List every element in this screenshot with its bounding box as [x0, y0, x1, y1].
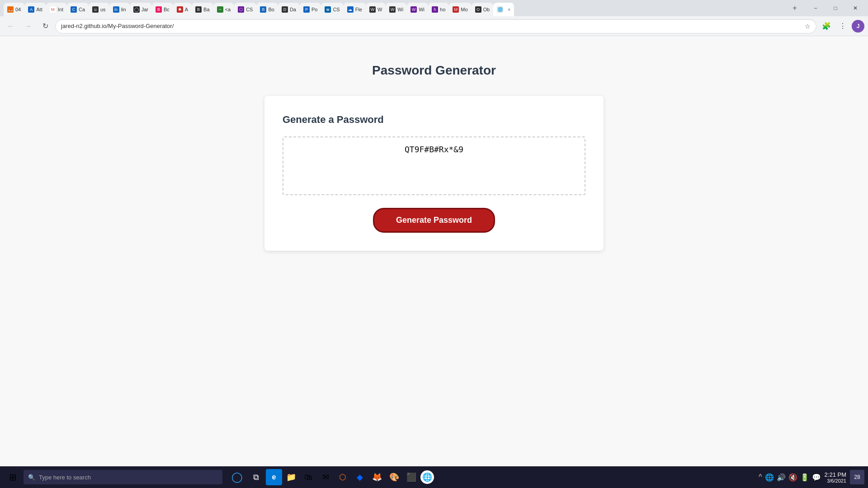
extensions-icon[interactable]: 🧩: [819, 19, 834, 33]
tab-label: Att: [36, 7, 42, 12]
browser-tab-t23[interactable]: OOb: [472, 3, 494, 16]
dropbox-icon[interactable]: ◆: [352, 469, 368, 485]
nav-extras: 🧩 ⋮ J: [819, 19, 864, 33]
tab-favicon: M: [50, 6, 56, 13]
tab-favicon: ~: [217, 6, 223, 13]
browser-tab-t15[interactable]: PPo: [300, 3, 321, 16]
file-explorer-icon[interactable]: 📁: [283, 469, 299, 485]
browser-tab-t9[interactable]: ✱A: [173, 3, 192, 16]
forward-button[interactable]: →: [21, 19, 35, 33]
tab-label: Bo: [268, 7, 274, 12]
browser-tab-t19[interactable]: WWi: [386, 3, 407, 16]
star-icon[interactable]: ☆: [805, 23, 811, 30]
browser-tab-t14[interactable]: DDa: [278, 3, 300, 16]
tab-favicon: D: [282, 6, 288, 13]
system-icons: ^ 🌐 🔊 🔇 🔋 💬: [759, 473, 821, 482]
address-bar[interactable]: jared-n2.github.io/My-Password-Generator…: [55, 19, 816, 33]
browser-tab-t2[interactable]: AAtt: [24, 3, 46, 16]
chrome-icon[interactable]: 🌐: [420, 470, 434, 484]
tab-label: Bc: [164, 7, 170, 12]
battery-icon: 🔋: [800, 473, 809, 482]
profile-button[interactable]: J: [852, 20, 864, 33]
tab-favicon: O: [475, 6, 481, 13]
browser-tab-t24[interactable]: 🌐×: [493, 3, 514, 16]
clock[interactable]: 2:21 PM 3/6/2021: [825, 471, 846, 483]
tab-label: Da: [290, 7, 296, 12]
browser-tab-t1[interactable]: 🦊04: [4, 3, 24, 16]
browser-tab-t11[interactable]: ~<a: [213, 3, 235, 16]
paint-icon[interactable]: 🎨: [386, 469, 402, 485]
browser-tab-t17[interactable]: ☁Fle: [344, 3, 366, 16]
browser-tab-t20[interactable]: WWi: [407, 3, 428, 16]
cortana-button[interactable]: ◯: [228, 468, 246, 486]
tab-favicon: B: [195, 6, 202, 13]
address-text: jared-n2.github.io/My-Password-Generator…: [61, 23, 805, 29]
password-display: QT9F#B#Rx*&9: [283, 136, 585, 195]
more-options-icon[interactable]: ⋮: [835, 19, 850, 33]
browser-tab-t5[interactable]: uus: [89, 3, 109, 16]
browser-tab-t13[interactable]: BBo: [256, 3, 278, 16]
store-icon[interactable]: 🛍: [300, 469, 316, 485]
nav-bar: ← → ↻ jared-n2.github.io/My-Password-Gen…: [0, 16, 868, 36]
mail-icon[interactable]: ✉: [317, 469, 334, 485]
browser-tab-t12[interactable]: ⬡CS: [234, 3, 256, 16]
browser-tab-t21[interactable]: hho: [428, 3, 449, 16]
browser-tab-t7[interactable]: ◯Jar: [130, 3, 152, 16]
browser-tab-t4[interactable]: CCa: [67, 3, 89, 16]
maximize-button[interactable]: □: [826, 2, 844, 14]
tab-favicon: M: [453, 6, 459, 13]
tab-favicon: B: [156, 6, 162, 13]
search-icon: 🔍: [28, 474, 35, 481]
window-controls: − □ ✕: [807, 2, 864, 14]
tab-label: Int: [58, 7, 63, 12]
tab-label: ho: [440, 7, 445, 12]
tab-favicon: A: [28, 6, 34, 13]
browser-tab-t8[interactable]: BBc: [152, 3, 173, 16]
reload-button[interactable]: ↻: [38, 19, 52, 33]
close-button[interactable]: ✕: [846, 2, 864, 14]
tab-label: Fle: [355, 7, 362, 12]
generate-password-button[interactable]: Generate Password: [373, 208, 495, 233]
task-view-button[interactable]: ⧉: [247, 468, 265, 486]
tab-label: A: [185, 7, 188, 12]
tab-favicon: in: [113, 6, 119, 13]
sublime-icon[interactable]: ⬡: [335, 469, 351, 485]
tab-favicon: ☁: [347, 6, 354, 13]
tab-label: Wi: [419, 7, 425, 12]
clock-date: 3/6/2021: [825, 478, 846, 483]
browser-tab-t3[interactable]: MInt: [46, 3, 67, 16]
browser-frame: 🦊04AAttMIntCCauusinlin◯JarBBc✱ABBa~<a⬡CS…: [0, 0, 868, 488]
card-title: Generate a Password: [283, 114, 585, 126]
browser-tab-t18[interactable]: WW: [366, 3, 386, 16]
firefox-icon[interactable]: 🦊: [369, 469, 385, 485]
tab-favicon: ✱: [177, 6, 183, 13]
browser-tab-t10[interactable]: BBa: [192, 3, 213, 16]
page-content: Password Generator Generate a Password Q…: [0, 36, 868, 466]
back-button[interactable]: ←: [4, 19, 18, 33]
taskbar-right: ^ 🌐 🔊 🔇 🔋 💬 2:21 PM 3/6/2021 28: [759, 470, 864, 484]
edge-icon[interactable]: e: [266, 469, 282, 485]
generated-password: QT9F#B#Rx*&9: [405, 145, 463, 154]
cmd-icon[interactable]: ⬛: [403, 469, 420, 485]
start-button[interactable]: ⊞: [4, 468, 22, 486]
tab-label: Jar: [142, 7, 148, 12]
tab-label: <a: [225, 7, 231, 12]
action-center-icon[interactable]: 💬: [812, 473, 821, 482]
tab-favicon: W: [369, 6, 376, 13]
new-tab-button[interactable]: +: [788, 2, 801, 14]
tab-favicon: C: [71, 6, 77, 13]
taskbar-search[interactable]: 🔍 Type here to search: [24, 470, 222, 484]
browser-tab-t16[interactable]: WCS: [321, 3, 343, 16]
chevron-up-icon[interactable]: ^: [759, 473, 762, 481]
tab-label: CS: [246, 7, 253, 12]
browser-tab-t6[interactable]: inlin: [109, 3, 130, 16]
notification-badge[interactable]: 28: [850, 470, 864, 484]
windows-icon: ⊞: [9, 472, 17, 483]
browser-tab-t22[interactable]: MMo: [449, 3, 471, 16]
minimize-button[interactable]: −: [807, 2, 825, 14]
taskbar-center-icons: ◯ ⧉ e 📁 🛍 ✉ ⬡ ◆ 🦊 🎨 ⬛ 🌐: [228, 468, 434, 486]
tab-label: Wi: [397, 7, 403, 12]
tab-label: lin: [121, 7, 126, 12]
tab-close-icon[interactable]: ×: [508, 7, 510, 12]
tab-favicon: 🌐: [497, 6, 503, 13]
